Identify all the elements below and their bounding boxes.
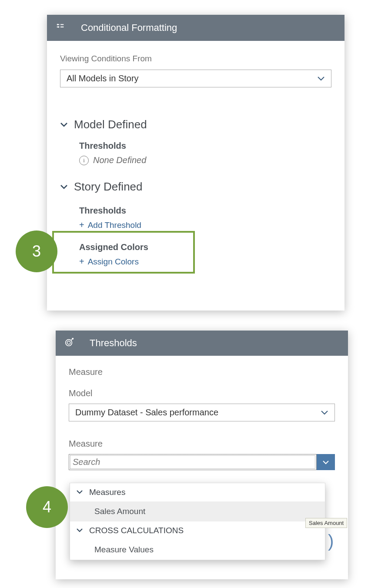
story-defined-section[interactable]: Story Defined (60, 180, 331, 194)
step-4-number: 4 (43, 498, 51, 516)
dropdown-item-sales-amount[interactable]: Sales Amount (70, 501, 325, 521)
dropdown-group-measures[interactable]: Measures (70, 483, 325, 501)
svg-point-0 (66, 339, 72, 346)
model-thresholds-label: Thresholds (79, 141, 331, 151)
dropdown-item-label: Sales Amount (94, 507, 145, 516)
chevron-down-icon (322, 460, 329, 465)
panel-title: Thresholds (90, 337, 137, 349)
bracket-decoration: ) (328, 531, 334, 551)
model-select[interactable]: Dummy Dataset - Sales performance (69, 404, 335, 421)
chevron-down-icon (317, 76, 325, 81)
conditional-formatting-icon (56, 22, 65, 34)
dropdown-group-cross-calculations[interactable]: CROSS CALCULATIONS (70, 521, 325, 540)
step-3-badge: 3 (16, 231, 57, 272)
measure-dropdown-button[interactable] (317, 454, 335, 470)
step-4-badge: 4 (26, 486, 68, 528)
panel-header: Conditional Formatting (47, 15, 345, 41)
plus-icon: + (79, 220, 84, 230)
step-3-highlight (52, 231, 195, 274)
model-value: Dummy Dataset - Sales performance (75, 408, 218, 418)
add-threshold-label: Add Threshold (88, 220, 141, 230)
viewing-conditions-label: Viewing Conditions From (60, 54, 331, 63)
dropdown-item-measure-values[interactable]: Measure Values (70, 540, 325, 560)
dropdown-group-label: Measures (89, 488, 125, 497)
model-defined-section[interactable]: Model Defined (60, 118, 331, 131)
dropdown-item-label: Measure Values (94, 545, 154, 554)
chevron-down-icon (76, 490, 83, 495)
target-icon (64, 337, 74, 349)
svg-point-1 (67, 341, 70, 344)
viewing-conditions-value: All Models in Story (67, 74, 139, 84)
model-label: Model (69, 388, 335, 398)
story-thresholds-label: Thresholds (79, 206, 331, 216)
tooltip-text: Sales Amount (309, 520, 344, 526)
viewing-conditions-select[interactable]: All Models in Story (60, 70, 331, 87)
dropdown-group-label: CROSS CALCULATIONS (89, 526, 184, 535)
chevron-down-icon (321, 410, 328, 415)
add-threshold-button[interactable]: + Add Threshold (79, 220, 331, 230)
panel-body: Measure Model Dummy Dataset - Sales perf… (56, 356, 348, 481)
chevron-down-icon (76, 528, 83, 533)
measure-label: Measure (69, 439, 335, 449)
chevron-down-icon (60, 122, 68, 128)
none-defined-row: i None Defined (79, 155, 331, 165)
story-defined-label: Story Defined (74, 180, 143, 194)
model-defined-label: Model Defined (74, 118, 147, 131)
panel-header: Thresholds (56, 331, 348, 356)
tooltip-sales-amount: Sales Amount (305, 518, 347, 528)
info-icon: i (79, 156, 89, 165)
panel-title: Conditional Formatting (81, 22, 177, 33)
measure-heading: Measure (69, 367, 335, 377)
none-defined-text: None Defined (93, 155, 146, 165)
measure-dropdown: Measures Sales Amount CROSS CALCULATIONS… (70, 483, 325, 560)
chevron-down-icon (60, 184, 68, 190)
step-3-number: 3 (32, 242, 41, 261)
measure-search-row (69, 454, 335, 470)
measure-search-input[interactable] (69, 454, 317, 470)
